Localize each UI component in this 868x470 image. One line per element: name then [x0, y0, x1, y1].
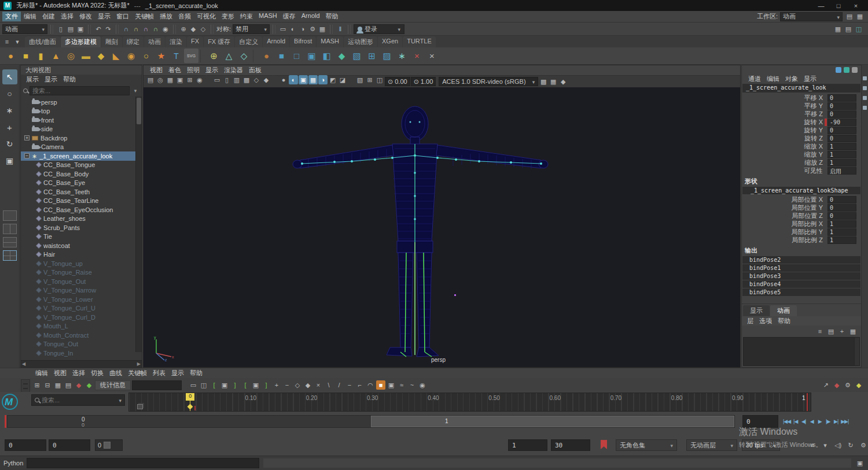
outliner-item-V_Tongue_Out[interactable]: V_Tongue_Out: [21, 277, 142, 286]
output-node-bindPose4[interactable]: bindPose4: [742, 280, 860, 288]
input-connections-icon[interactable]: ◆: [189, 24, 198, 34]
poly-cube-icon[interactable]: ■: [19, 49, 33, 63]
delete-component-icon[interactable]: ×: [410, 49, 424, 63]
layer-menu-2[interactable]: 选项: [756, 316, 775, 326]
anim-layer-plus-icon[interactable]: ⊞: [32, 380, 42, 390]
multi-cut-icon[interactable]: ⊞: [365, 49, 379, 63]
shelf-tab-14[interactable]: XGen: [378, 36, 402, 47]
go-to-end-button[interactable]: ▶▶|: [840, 415, 849, 428]
dope-sheet-icon[interactable]: ▤: [64, 380, 73, 390]
scissors-icon[interactable]: ×: [425, 49, 439, 63]
channel-info-icon[interactable]: [852, 67, 858, 73]
outliner-item-Camera[interactable]: Camera: [21, 143, 142, 152]
colorspace-dropdown[interactable]: ACES 1.0 SDR-video (sRGB): [439, 77, 538, 86]
xray-joints-icon[interactable]: ⊞: [365, 75, 374, 84]
outliner-item-CC_Base_Tongue[interactable]: CC_Base_Tongue: [21, 161, 142, 170]
auto-key-icon[interactable]: ■: [376, 380, 385, 390]
xray-icon[interactable]: ▧: [355, 75, 365, 84]
step-back-key-button[interactable]: ◀|: [800, 415, 807, 428]
boolean-union-icon[interactable]: ▣: [304, 49, 319, 63]
statistics-button[interactable]: 统计信息: [95, 380, 131, 390]
outliner-item-Hair[interactable]: Hair: [21, 250, 142, 260]
go-to-start-button[interactable]: |◀◀: [782, 415, 791, 428]
shelf-options-icon[interactable]: ▾: [13, 37, 22, 46]
combine-icon[interactable]: ■: [274, 49, 289, 63]
outliner-item-persp[interactable]: persp: [21, 98, 142, 107]
play-backwards-button[interactable]: ◀: [808, 415, 815, 428]
outliner-menu-2[interactable]: 显示: [42, 75, 60, 84]
set-breakdown-icon[interactable]: ◆: [854, 380, 863, 390]
panel-toggle-icon[interactable]: ▤: [844, 24, 853, 34]
channel-box-menu-4[interactable]: 显示: [801, 74, 819, 84]
shelf-tab-9[interactable]: 自定义: [235, 36, 262, 47]
three-pane-layout[interactable]: [3, 237, 17, 247]
motion-blur-icon[interactable]: ◪: [338, 75, 347, 84]
construction-history-icon[interactable]: ⊕: [179, 24, 188, 34]
channel-box-tab-icon[interactable]: [863, 96, 867, 100]
output-node-bindPose1[interactable]: bindPose1: [742, 264, 860, 272]
layer-menu-1[interactable]: 层: [744, 316, 756, 326]
menu-9[interactable]: 播放: [157, 12, 175, 21]
menu-2[interactable]: 编辑: [21, 12, 39, 21]
shelf-tab-1[interactable]: 曲线/曲面: [25, 36, 60, 47]
symmetry-dropdown[interactable]: 禁用: [233, 24, 270, 34]
layer-menu-3[interactable]: 帮助: [775, 316, 793, 326]
channel-edit-icon[interactable]: [844, 67, 849, 73]
lasso-select-tool[interactable]: ○: [2, 86, 17, 101]
open-scene-icon[interactable]: ▤: [66, 24, 75, 34]
save-scene-icon[interactable]: ▣: [76, 24, 85, 34]
output-node-bindPose5[interactable]: bindPose5: [742, 288, 860, 296]
view-select-icon[interactable]: ▤: [146, 75, 155, 84]
screen-space-ao-icon[interactable]: ◩: [328, 75, 337, 84]
layer-options-icon[interactable]: ≡: [815, 327, 825, 336]
timeline-search-input[interactable]: [42, 397, 116, 404]
render-view-icon[interactable]: ▭: [278, 24, 288, 34]
viewport-menu-2[interactable]: 着色: [165, 65, 184, 75]
timeline-menu-7[interactable]: 列表: [150, 368, 168, 378]
timeline-menu-4[interactable]: 切换: [88, 368, 106, 378]
poly-sphere-icon[interactable]: ●: [3, 49, 18, 63]
viewport-menu-3[interactable]: 照明: [184, 65, 203, 75]
set-breakdown-quick-icon[interactable]: ◆: [84, 380, 94, 390]
workspace-dropdown[interactable]: 动画: [780, 12, 843, 21]
bookmark-view-icon[interactable]: ▦: [165, 75, 175, 84]
minimize-button[interactable]: —: [812, 0, 830, 11]
range-end-bracket-icon[interactable]: ]: [230, 380, 240, 390]
outliner-item-V_Tongue_Curl_U[interactable]: V_Tongue_Curl_U: [21, 304, 142, 313]
channel-value-field[interactable]: 1: [827, 159, 856, 166]
poly-helix-icon[interactable]: ○: [139, 49, 153, 63]
outliner-item-Leather_shoes[interactable]: Leather_shoes: [21, 214, 142, 224]
output-node-bindPose3[interactable]: bindPose3: [742, 272, 860, 280]
playback-range-icon[interactable]: ▣: [220, 380, 229, 390]
speaker-icon[interactable]: ◁): [833, 441, 843, 450]
workspace-save-icon[interactable]: ▤: [845, 12, 854, 21]
viewport-canvas[interactable]: y x z persp: [144, 87, 740, 367]
playback-end-field[interactable]: 30: [551, 439, 590, 451]
set-key-icon[interactable]: ◆: [832, 380, 841, 390]
menu-5[interactable]: 修改: [76, 12, 95, 21]
outliner-search-input[interactable]: [30, 86, 130, 95]
menu-4[interactable]: 选择: [58, 12, 76, 21]
shelf-tab-11[interactable]: Bifrost: [290, 36, 316, 47]
separate-icon[interactable]: □: [289, 49, 304, 63]
scale-tool[interactable]: ▣: [2, 153, 17, 168]
outliner-item-CC_Base_Body[interactable]: CC_Base_Body: [21, 169, 142, 179]
camera-lock-icon[interactable]: ◎: [156, 75, 165, 84]
outliner-item-Tongue_In[interactable]: Tongue_In: [21, 349, 142, 358]
shelf-tab-10[interactable]: Arnold: [263, 36, 289, 47]
channel-box-menu-3[interactable]: 对象: [782, 74, 801, 84]
pan-zoom-2d-icon[interactable]: ⊞: [185, 75, 194, 84]
sub-range-icon[interactable]: ▣: [251, 380, 260, 390]
outliner-item-CC_Base_EyeOcclusion[interactable]: CC_Base_EyeOcclusion: [21, 205, 142, 214]
viewport-menu-1[interactable]: 视图: [147, 65, 165, 75]
playback-options-icon[interactable]: ≡: [808, 441, 817, 450]
channel-value-field[interactable]: 0: [827, 102, 856, 110]
channel-value-field[interactable]: -90: [827, 119, 856, 126]
outliner-item-Tongue_Out[interactable]: Tongue_Out: [21, 340, 142, 349]
channel-box-menu-1[interactable]: 通道: [745, 74, 764, 84]
outliner-item-side[interactable]: side: [21, 125, 142, 134]
shape-node-name[interactable]: _1_screen_accurate_lookShape: [742, 187, 860, 194]
mini-slider-thumb[interactable]: [104, 442, 111, 449]
snap-to-grid-icon[interactable]: ∩: [122, 24, 131, 34]
outliner-item-Backdrop[interactable]: +Backdrop: [21, 134, 142, 143]
